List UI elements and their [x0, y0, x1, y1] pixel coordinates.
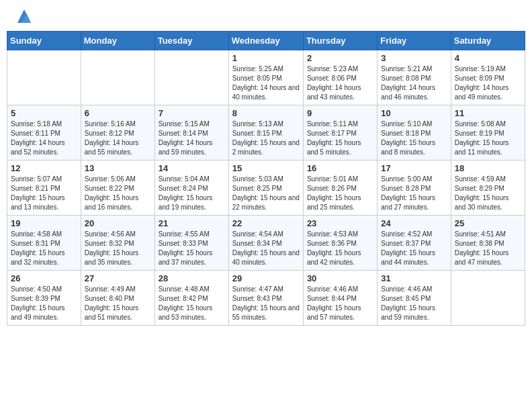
day-number: 4: [455, 53, 521, 63]
calendar-cell: 20Sunrise: 4:56 AMSunset: 8:32 PMDayligh…: [81, 216, 154, 271]
day-info: Sunrise: 4:53 AMSunset: 8:36 PMDaylight:…: [307, 230, 373, 267]
calendar-cell: 27Sunrise: 4:49 AMSunset: 8:40 PMDayligh…: [81, 271, 154, 326]
day-number: 16: [307, 163, 373, 173]
calendar-cell: 28Sunrise: 4:48 AMSunset: 8:42 PMDayligh…: [154, 271, 228, 326]
calendar-cell: 5Sunrise: 5:18 AMSunset: 8:11 PMDaylight…: [7, 105, 81, 161]
day-info: Sunrise: 5:21 AMSunset: 8:08 PMDaylight:…: [381, 64, 447, 102]
calendar-cell: 14Sunrise: 5:04 AMSunset: 8:24 PMDayligh…: [154, 161, 228, 216]
day-number: 2: [307, 53, 373, 63]
header: [0, 0, 532, 31]
calendar-cell: 1Sunrise: 5:25 AMSunset: 8:05 PMDaylight…: [228, 50, 303, 105]
calendar-cell: 22Sunrise: 4:54 AMSunset: 8:34 PMDayligh…: [228, 216, 303, 271]
weekday-header: Sunday: [7, 32, 81, 50]
day-info: Sunrise: 5:15 AMSunset: 8:14 PMDaylight:…: [159, 120, 225, 157]
calendar-cell: 8Sunrise: 5:13 AMSunset: 8:15 PMDaylight…: [228, 105, 303, 161]
calendar-cell: 24Sunrise: 4:52 AMSunset: 8:37 PMDayligh…: [378, 216, 451, 271]
calendar-cell: 21Sunrise: 4:55 AMSunset: 8:33 PMDayligh…: [154, 216, 228, 271]
day-info: Sunrise: 4:46 AMSunset: 8:45 PMDaylight:…: [381, 285, 447, 322]
day-number: 10: [381, 108, 447, 118]
weekday-header: Tuesday: [154, 32, 228, 50]
calendar-cell: 17Sunrise: 5:00 AMSunset: 8:28 PMDayligh…: [378, 161, 451, 216]
calendar-table: SundayMondayTuesdayWednesdayThursdayFrid…: [7, 31, 525, 326]
day-info: Sunrise: 4:58 AMSunset: 8:31 PMDaylight:…: [11, 230, 77, 267]
day-info: Sunrise: 4:52 AMSunset: 8:37 PMDaylight:…: [381, 230, 447, 267]
calendar-cell: 29Sunrise: 4:47 AMSunset: 8:43 PMDayligh…: [228, 271, 303, 326]
day-info: Sunrise: 4:47 AMSunset: 8:43 PMDaylight:…: [232, 285, 300, 322]
day-info: Sunrise: 5:04 AMSunset: 8:24 PMDaylight:…: [159, 175, 225, 212]
day-info: Sunrise: 4:49 AMSunset: 8:40 PMDaylight:…: [85, 285, 151, 322]
day-info: Sunrise: 4:46 AMSunset: 8:44 PMDaylight:…: [307, 285, 373, 322]
calendar-cell: 2Sunrise: 5:23 AMSunset: 8:06 PMDaylight…: [303, 50, 377, 105]
calendar-week-row: 12Sunrise: 5:07 AMSunset: 8:21 PMDayligh…: [7, 161, 525, 216]
day-number: 3: [381, 53, 447, 63]
calendar-header-row: SundayMondayTuesdayWednesdayThursdayFrid…: [7, 32, 525, 50]
day-number: 13: [85, 163, 151, 173]
day-number: 19: [11, 218, 77, 228]
day-info: Sunrise: 5:03 AMSunset: 8:25 PMDaylight:…: [232, 175, 300, 212]
day-info: Sunrise: 4:48 AMSunset: 8:42 PMDaylight:…: [159, 285, 225, 322]
day-info: Sunrise: 5:18 AMSunset: 8:11 PMDaylight:…: [11, 120, 77, 157]
day-number: 23: [307, 218, 373, 228]
calendar-cell: 18Sunrise: 4:59 AMSunset: 8:29 PMDayligh…: [451, 161, 525, 216]
calendar-cell: 26Sunrise: 4:50 AMSunset: 8:39 PMDayligh…: [7, 271, 81, 326]
calendar-cell: [81, 50, 154, 105]
calendar-cell: 25Sunrise: 4:51 AMSunset: 8:38 PMDayligh…: [451, 216, 525, 271]
calendar-cell: 3Sunrise: 5:21 AMSunset: 8:08 PMDaylight…: [378, 50, 451, 105]
calendar-cell: [451, 271, 525, 326]
day-number: 20: [85, 218, 151, 228]
day-info: Sunrise: 4:54 AMSunset: 8:34 PMDaylight:…: [232, 230, 300, 267]
day-number: 5: [11, 108, 77, 118]
day-number: 6: [85, 108, 151, 118]
day-number: 27: [85, 273, 151, 283]
day-number: 24: [381, 218, 447, 228]
page-container: SundayMondayTuesdayWednesdayThursdayFrid…: [0, 0, 532, 332]
day-info: Sunrise: 4:50 AMSunset: 8:39 PMDaylight:…: [11, 285, 77, 322]
day-number: 21: [159, 218, 225, 228]
day-number: 18: [455, 163, 521, 173]
calendar-cell: [154, 50, 228, 105]
day-info: Sunrise: 5:25 AMSunset: 8:05 PMDaylight:…: [232, 64, 300, 102]
weekday-header: Thursday: [303, 32, 377, 50]
day-info: Sunrise: 5:16 AMSunset: 8:12 PMDaylight:…: [85, 120, 151, 157]
calendar-cell: 31Sunrise: 4:46 AMSunset: 8:45 PMDayligh…: [378, 271, 451, 326]
day-info: Sunrise: 5:13 AMSunset: 8:15 PMDaylight:…: [232, 120, 300, 157]
calendar-week-row: 19Sunrise: 4:58 AMSunset: 8:31 PMDayligh…: [7, 216, 525, 271]
calendar-cell: 15Sunrise: 5:03 AMSunset: 8:25 PMDayligh…: [228, 161, 303, 216]
calendar-cell: 6Sunrise: 5:16 AMSunset: 8:12 PMDaylight…: [81, 105, 154, 161]
calendar-cell: 7Sunrise: 5:15 AMSunset: 8:14 PMDaylight…: [154, 105, 228, 161]
day-number: 15: [232, 163, 300, 173]
weekday-header: Wednesday: [228, 32, 303, 50]
day-info: Sunrise: 5:01 AMSunset: 8:26 PMDaylight:…: [307, 175, 373, 212]
calendar-cell: 30Sunrise: 4:46 AMSunset: 8:44 PMDayligh…: [303, 271, 377, 326]
day-number: 30: [307, 273, 373, 283]
day-number: 28: [159, 273, 225, 283]
day-number: 17: [381, 163, 447, 173]
day-number: 1: [232, 53, 300, 63]
weekday-header: Friday: [378, 32, 451, 50]
day-number: 8: [232, 108, 300, 118]
calendar-wrapper: SundayMondayTuesdayWednesdayThursdayFrid…: [0, 31, 532, 332]
logo-icon: [15, 7, 34, 26]
day-info: Sunrise: 5:10 AMSunset: 8:18 PMDaylight:…: [381, 120, 447, 157]
calendar-cell: 13Sunrise: 5:06 AMSunset: 8:22 PMDayligh…: [81, 161, 154, 216]
calendar-week-row: 5Sunrise: 5:18 AMSunset: 8:11 PMDaylight…: [7, 105, 525, 161]
day-info: Sunrise: 5:06 AMSunset: 8:22 PMDaylight:…: [85, 175, 151, 212]
day-number: 12: [11, 163, 77, 173]
day-number: 22: [232, 218, 300, 228]
day-number: 14: [159, 163, 225, 173]
day-number: 25: [455, 218, 521, 228]
day-info: Sunrise: 4:59 AMSunset: 8:29 PMDaylight:…: [455, 175, 521, 212]
calendar-cell: 16Sunrise: 5:01 AMSunset: 8:26 PMDayligh…: [303, 161, 377, 216]
day-number: 11: [455, 108, 521, 118]
weekday-header: Monday: [81, 32, 154, 50]
day-info: Sunrise: 5:07 AMSunset: 8:21 PMDaylight:…: [11, 175, 77, 212]
day-info: Sunrise: 5:00 AMSunset: 8:28 PMDaylight:…: [381, 175, 447, 212]
day-info: Sunrise: 4:55 AMSunset: 8:33 PMDaylight:…: [159, 230, 225, 267]
day-number: 31: [381, 273, 447, 283]
calendar-cell: 23Sunrise: 4:53 AMSunset: 8:36 PMDayligh…: [303, 216, 377, 271]
day-info: Sunrise: 5:11 AMSunset: 8:17 PMDaylight:…: [307, 120, 373, 157]
calendar-week-row: 26Sunrise: 4:50 AMSunset: 8:39 PMDayligh…: [7, 271, 525, 326]
day-number: 29: [232, 273, 300, 283]
calendar-cell: 12Sunrise: 5:07 AMSunset: 8:21 PMDayligh…: [7, 161, 81, 216]
day-number: 7: [159, 108, 225, 118]
